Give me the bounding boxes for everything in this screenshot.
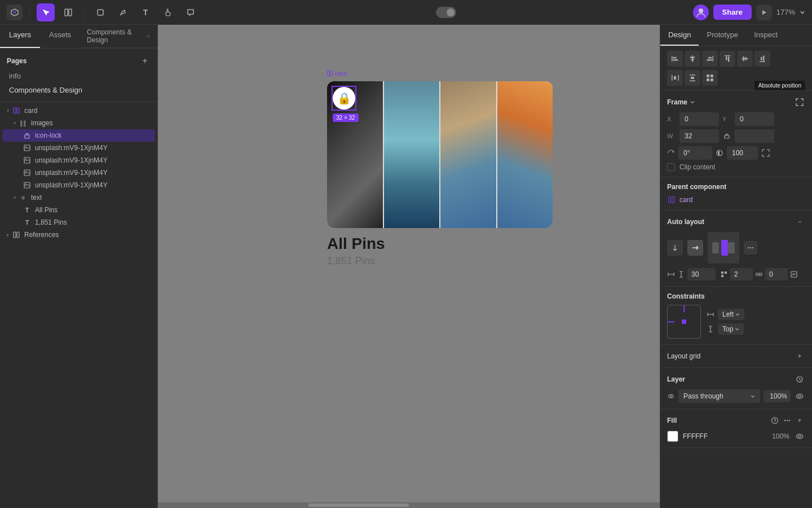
w-input[interactable] xyxy=(679,129,719,143)
svg-point-9 xyxy=(25,146,27,147)
tidy-up-btn[interactable] xyxy=(702,70,718,86)
y-input[interactable] xyxy=(735,112,774,126)
layout-grid-add-btn[interactable]: + xyxy=(794,351,805,362)
h-constraint-dropdown[interactable]: Left xyxy=(718,309,744,320)
auto-layout-minus[interactable]: − xyxy=(794,216,805,227)
canvas-area[interactable]: card 🔒 32 × 32 All Pins 1,851 Pins xyxy=(158,25,660,508)
v-constraint-dropdown[interactable]: Top xyxy=(718,323,744,335)
tab-layers[interactable]: Layers xyxy=(0,25,40,48)
lock-ratio-icon[interactable] xyxy=(722,132,731,141)
layer-opacity-input[interactable] xyxy=(764,390,791,402)
align-center-h-btn[interactable] xyxy=(685,51,700,67)
canvas-scrollbar[interactable] xyxy=(158,502,660,508)
layer-references-chevron: ▸ xyxy=(7,232,10,238)
layer-images[interactable]: ▾ ∥∥ images xyxy=(2,117,155,129)
zoom-dropdown-icon[interactable] xyxy=(800,10,805,15)
text-tool[interactable]: T xyxy=(136,3,155,21)
gap-input[interactable] xyxy=(765,268,788,281)
svg-rect-3 xyxy=(98,10,103,15)
layer-style-icon[interactable] xyxy=(794,374,805,385)
layer-eye-btn[interactable] xyxy=(794,391,805,402)
svg-rect-57 xyxy=(721,275,723,277)
spacing-input[interactable] xyxy=(687,268,716,281)
svg-rect-59 xyxy=(760,273,762,275)
frame-dropdown[interactable]: Frame xyxy=(667,98,695,106)
layer-unsplash-2-icon xyxy=(23,156,32,165)
add-page-button[interactable]: + xyxy=(139,55,151,67)
fill-add-btn[interactable]: + xyxy=(794,415,805,426)
layer-allpins[interactable]: T All Pins xyxy=(2,204,155,216)
share-button[interactable]: Share xyxy=(713,5,752,20)
fill-question-btn[interactable] xyxy=(769,415,780,426)
layer-card[interactable]: ▾ card xyxy=(2,104,155,117)
layer-unsplash-3[interactable]: unsplash:mV9-1XjnM4Y xyxy=(2,167,155,179)
direction-right-btn[interactable] xyxy=(687,240,703,256)
y-label: Y xyxy=(722,116,731,122)
x-input[interactable] xyxy=(679,112,719,126)
theme-toggle[interactable] xyxy=(436,7,456,18)
resize-icon[interactable] xyxy=(794,97,805,108)
layer-unsplash-4-icon xyxy=(23,181,32,190)
al-more-btn[interactable] xyxy=(744,241,757,255)
w-label: W xyxy=(667,133,676,139)
blend-mode-dropdown[interactable]: Pass through xyxy=(678,389,760,403)
page-components[interactable]: Components & Design xyxy=(2,83,155,97)
distribute-v-btn[interactable] xyxy=(685,70,700,86)
sg-bar-1 xyxy=(712,242,719,253)
layer-references[interactable]: ▸ References xyxy=(2,229,155,241)
align-center-v-btn[interactable] xyxy=(737,51,753,67)
align-left-btn[interactable] xyxy=(667,51,683,67)
breadcrumb-components[interactable]: Components & Design xyxy=(87,28,144,44)
fill-more-btn[interactable] xyxy=(782,415,793,426)
h-constraint-label: Left xyxy=(722,310,734,318)
pen-tool[interactable] xyxy=(114,3,132,21)
play-button[interactable] xyxy=(756,5,772,20)
svg-rect-34 xyxy=(745,58,747,60)
align-top-btn[interactable] xyxy=(720,51,735,67)
layer-text-chevron: ▾ xyxy=(14,195,16,200)
frame-title: Frame xyxy=(667,98,687,106)
breadcrumb-close[interactable]: ✕ xyxy=(146,33,151,40)
align-bottom-btn[interactable] xyxy=(754,51,770,67)
hand-tool[interactable] xyxy=(159,3,177,21)
frame-tool[interactable] xyxy=(59,3,77,21)
layer-section: Layer Pass through xyxy=(660,368,812,409)
user-avatar[interactable] xyxy=(693,5,709,20)
comment-tool[interactable] xyxy=(182,3,200,21)
scrollbar-thumb[interactable] xyxy=(308,503,409,507)
tab-inspect[interactable]: Inspect xyxy=(746,25,785,46)
layer-text[interactable]: ▾ ≡ text xyxy=(2,191,155,204)
zoom-level[interactable]: 177% xyxy=(776,8,795,16)
layer-unsplash-4[interactable]: unsplash:mV9-1XjnM4Y xyxy=(2,179,155,191)
svg-point-69 xyxy=(789,420,790,421)
layer-references-icon xyxy=(12,230,21,239)
fill-swatch[interactable] xyxy=(667,431,678,442)
align-right-btn[interactable] xyxy=(702,51,718,67)
tab-prototype[interactable]: Prototype xyxy=(699,25,746,46)
layer-unsplash-2[interactable]: unsplash:mV9-1XjnM4Y xyxy=(2,154,155,167)
page-info[interactable]: info xyxy=(2,69,155,83)
fill-eye-btn[interactable] xyxy=(794,431,805,442)
app-logo[interactable] xyxy=(7,5,23,20)
h-input[interactable] xyxy=(735,129,774,143)
tab-design[interactable]: Design xyxy=(660,25,699,46)
clip-content-checkbox[interactable] xyxy=(667,163,675,171)
parent-comp-name[interactable]: card xyxy=(679,196,692,204)
select-tool[interactable] xyxy=(37,3,55,21)
expand-icon[interactable] xyxy=(761,148,770,157)
direction-down-btn[interactable] xyxy=(667,240,683,256)
layer-unsplash-1[interactable]: unsplash:mV9-1XjnM4Y xyxy=(2,142,155,154)
breadcrumb: Components & Design ✕ xyxy=(80,25,157,48)
shape-tool[interactable] xyxy=(91,3,109,21)
svg-rect-18 xyxy=(328,71,330,76)
wrap-input[interactable] xyxy=(730,268,753,281)
layer-icon-lock[interactable]: icon-lock xyxy=(2,129,155,142)
rotation-icon xyxy=(667,149,675,157)
tab-assets[interactable]: Assets xyxy=(40,25,80,48)
distribute-h-btn[interactable] xyxy=(667,70,683,86)
rotation-input[interactable] xyxy=(678,146,712,160)
opacity-icon xyxy=(716,149,723,157)
layer-1851pins[interactable]: T 1,851 Pins xyxy=(2,216,155,229)
spacing-grid[interactable] xyxy=(708,232,739,264)
opacity-input[interactable] xyxy=(727,146,758,160)
